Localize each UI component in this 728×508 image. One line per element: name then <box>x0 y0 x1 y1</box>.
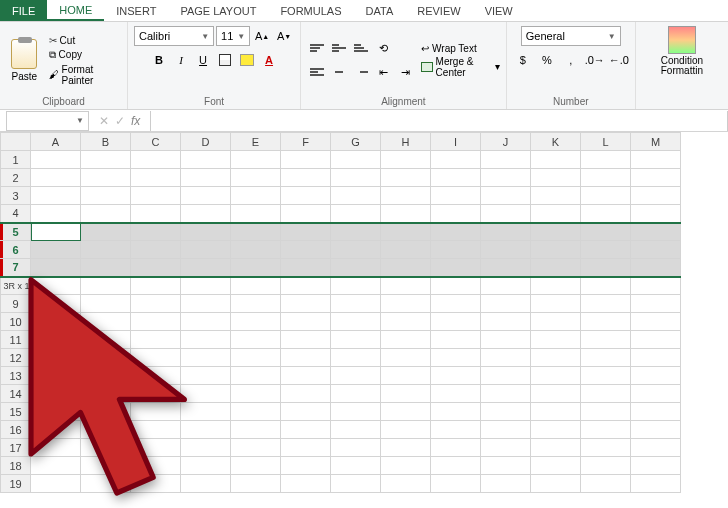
cell[interactable] <box>481 169 531 187</box>
cell[interactable] <box>481 385 531 403</box>
cell[interactable] <box>331 313 381 331</box>
cell[interactable] <box>481 205 531 223</box>
cell[interactable] <box>581 385 631 403</box>
cell[interactable] <box>31 295 81 313</box>
cell[interactable] <box>181 367 231 385</box>
cell[interactable] <box>131 223 181 241</box>
cell[interactable] <box>531 151 581 169</box>
cell[interactable] <box>181 385 231 403</box>
cancel-formula-button[interactable]: ✕ <box>99 114 109 128</box>
cell[interactable] <box>581 295 631 313</box>
cell[interactable] <box>481 367 531 385</box>
cell[interactable] <box>231 151 281 169</box>
column-header[interactable]: B <box>81 133 131 151</box>
comma-button[interactable]: , <box>561 50 581 70</box>
cell[interactable] <box>181 205 231 223</box>
cell[interactable] <box>331 439 381 457</box>
cell[interactable] <box>81 205 131 223</box>
merge-center-button[interactable]: Merge & Center▾ <box>421 56 500 78</box>
align-bottom-button[interactable] <box>351 38 371 58</box>
cell[interactable] <box>431 403 481 421</box>
cell[interactable] <box>381 241 431 259</box>
cell[interactable] <box>131 169 181 187</box>
cell[interactable] <box>531 205 581 223</box>
cell[interactable] <box>231 421 281 439</box>
cell[interactable] <box>631 169 681 187</box>
paste-button[interactable]: Paste <box>6 39 43 82</box>
cell[interactable] <box>331 367 381 385</box>
row-header[interactable]: 2 <box>1 169 31 187</box>
cell[interactable] <box>281 259 331 277</box>
cell[interactable] <box>331 331 381 349</box>
border-button[interactable] <box>215 50 235 70</box>
cell[interactable] <box>631 151 681 169</box>
cell[interactable] <box>531 295 581 313</box>
cell[interactable] <box>481 331 531 349</box>
cell[interactable] <box>531 475 581 493</box>
cell[interactable] <box>381 457 431 475</box>
row-header[interactable]: 7 <box>1 259 31 277</box>
row-header[interactable]: 11 <box>1 331 31 349</box>
column-header[interactable]: F <box>281 133 331 151</box>
cell[interactable] <box>381 367 431 385</box>
conditional-formatting-button[interactable]: Condition Formattin <box>642 56 722 76</box>
cell[interactable] <box>31 187 81 205</box>
cell[interactable] <box>481 187 531 205</box>
cell[interactable] <box>31 331 81 349</box>
cell[interactable] <box>531 313 581 331</box>
cell[interactable] <box>581 277 631 295</box>
cell[interactable] <box>31 475 81 493</box>
cell[interactable] <box>381 331 431 349</box>
cell[interactable] <box>381 187 431 205</box>
cell[interactable] <box>381 169 431 187</box>
currency-button[interactable]: $ <box>513 50 533 70</box>
cell[interactable] <box>181 439 231 457</box>
cell[interactable] <box>631 439 681 457</box>
cell[interactable] <box>81 295 131 313</box>
cell[interactable] <box>331 151 381 169</box>
copy-button[interactable]: ⧉Copy <box>49 49 121 61</box>
tab-insert[interactable]: INSERT <box>104 0 168 21</box>
cell[interactable] <box>381 259 431 277</box>
cell[interactable] <box>631 475 681 493</box>
cell[interactable] <box>31 151 81 169</box>
cell[interactable] <box>481 313 531 331</box>
cell[interactable] <box>431 223 481 241</box>
cell[interactable] <box>381 295 431 313</box>
cell[interactable] <box>381 223 431 241</box>
shrink-font-button[interactable]: A▼ <box>274 26 294 46</box>
cell[interactable] <box>431 259 481 277</box>
column-header[interactable]: D <box>181 133 231 151</box>
underline-button[interactable]: U <box>193 50 213 70</box>
cell[interactable] <box>581 223 631 241</box>
cell[interactable] <box>581 439 631 457</box>
cell[interactable] <box>281 295 331 313</box>
cell[interactable] <box>481 349 531 367</box>
cell[interactable] <box>281 151 331 169</box>
cell[interactable] <box>531 457 581 475</box>
cell[interactable] <box>431 349 481 367</box>
cell[interactable] <box>231 475 281 493</box>
cell[interactable] <box>281 385 331 403</box>
tab-view[interactable]: VIEW <box>473 0 525 21</box>
cell[interactable] <box>281 277 331 295</box>
spreadsheet-grid[interactable]: ABCDEFGHIJKLM12345673R x 191011121314151… <box>0 132 728 506</box>
cell[interactable] <box>81 367 131 385</box>
cell[interactable] <box>81 421 131 439</box>
column-header[interactable]: K <box>531 133 581 151</box>
cell[interactable] <box>81 313 131 331</box>
cell[interactable] <box>281 421 331 439</box>
cell[interactable] <box>31 169 81 187</box>
align-center-button[interactable] <box>329 62 349 82</box>
cell[interactable] <box>431 169 481 187</box>
cell[interactable] <box>481 403 531 421</box>
tab-formulas[interactable]: FORMULAS <box>268 0 353 21</box>
cell[interactable] <box>531 277 581 295</box>
row-header[interactable]: 4 <box>1 205 31 223</box>
tab-data[interactable]: DATA <box>354 0 406 21</box>
cell[interactable] <box>81 169 131 187</box>
cell[interactable] <box>331 259 381 277</box>
decrease-decimal-button[interactable]: ←.0 <box>609 50 629 70</box>
cell[interactable] <box>431 295 481 313</box>
cell[interactable] <box>31 313 81 331</box>
